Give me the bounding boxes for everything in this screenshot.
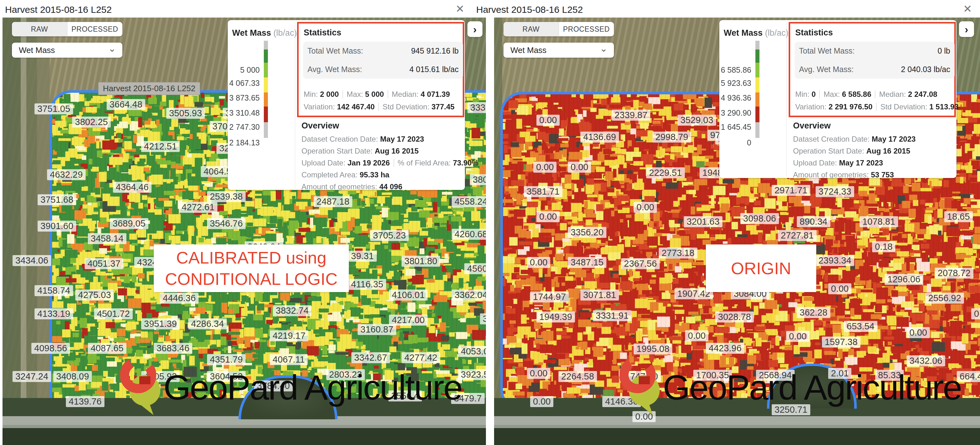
legend-ramp-segment: [756, 106, 759, 122]
overview-row: Amount of geometries: 44 096: [301, 182, 460, 194]
map-hover-tooltip: Harvest 2015-08-16 L252: [98, 82, 200, 95]
map-value-label: 0.00: [533, 162, 557, 173]
map-value-label: 3362.04: [452, 290, 486, 301]
overview-value: 44 096: [379, 182, 402, 191]
layer-select[interactable]: Wet Mass ⌄: [503, 43, 614, 58]
map-value-label: 0.00: [530, 396, 554, 407]
map-value-label: 3028.78: [715, 312, 754, 323]
raw-tab[interactable]: RAW: [12, 22, 67, 36]
layer-select-value: Wet Mass: [19, 46, 108, 55]
map-value-label: 4212.51: [141, 141, 180, 152]
legend-title: Wet Mass (lb/ac): [232, 28, 297, 38]
legend-tick: 5 923.63: [689, 79, 751, 88]
map-value-label: 4051.37: [85, 258, 123, 269]
overview-label: Operation Start Date:: [301, 147, 375, 155]
map-value-label: 3951.39: [141, 318, 180, 329]
legend-stats-card: Wet Mass (lb/ac) 6 585.865 923.634 936.3…: [719, 20, 956, 178]
variation-line: Variation: 142 467.40Std Deviation: 377.…: [304, 103, 455, 111]
avg-wet-mass-row: Avg. Wet Mass: 2 040.03 lb/ac: [799, 60, 950, 79]
legend-stats-card: Wet Mass (lb/ac) 5 0004 067.333 873.653 …: [228, 20, 465, 190]
map-value-label: 4446.36: [160, 293, 199, 304]
map-value-label: 2229.51: [646, 167, 685, 178]
statistics-summary: Total Wet Mass: 945 912.16 lb Avg. Wet M…: [303, 42, 463, 79]
map-value-label: 0.18: [872, 241, 895, 252]
map-value-label: 362.28: [797, 307, 830, 318]
overview-label: Completed Area:: [301, 171, 360, 179]
map-value-label: 360: [480, 314, 486, 325]
map-value-label: 4423.96: [706, 343, 745, 354]
map-value-label: 3071.81: [580, 290, 619, 301]
avg-wet-mass-value: 2 040.03 lb/ac: [901, 65, 950, 74]
map-value-label: 3546.76: [207, 218, 246, 229]
overview-row: Dataset Creation Date: May 17 2023: [793, 135, 951, 147]
divider: [786, 22, 787, 176]
total-wet-mass-label: Total Wet Mass:: [799, 46, 854, 55]
map-value-label: 2487.18: [314, 196, 352, 207]
map-value-label: 4158.74: [35, 285, 73, 296]
map-value-label: 4219.17: [270, 330, 309, 341]
layer-select-value: Wet Mass: [511, 46, 600, 55]
map-value-label: 4133.19: [35, 308, 73, 319]
total-wet-mass-value: 0 lb: [938, 46, 950, 55]
overview-value: May 17 2023: [872, 135, 916, 143]
map-value-label: 2971.71: [772, 185, 810, 196]
legend-scale: 5 0004 067.333 873.653 310.482 747.302 1…: [228, 41, 294, 144]
map-value-label: 0.00: [685, 330, 708, 341]
total-wet-mass-label: Total Wet Mass:: [307, 46, 363, 55]
close-icon[interactable]: ✕: [455, 3, 465, 14]
map-value-label: 3581.71: [524, 186, 562, 197]
expand-panel-button[interactable]: ›: [468, 21, 482, 37]
map-viewport-right[interactable]: 0.002339.873529.031511.064136.692998.791…: [494, 17, 980, 445]
legend-ramp-segment: [264, 63, 268, 78]
map-value-label: 4139.76: [66, 396, 105, 407]
map-value-label: 39.31: [348, 251, 377, 262]
overview-label: Operation Start Date:: [793, 147, 866, 155]
overview-label: Amount of geometries:: [793, 171, 871, 179]
map-value-label: 0.00: [527, 257, 550, 268]
legend-ramp-segment: [264, 122, 268, 138]
total-wet-mass-value: 945 912.16 lb: [411, 46, 459, 55]
map-value-label: 4560.7: [464, 263, 486, 274]
map-value-label: 3408.09: [53, 371, 92, 382]
map-value-label: 3487.15: [568, 257, 606, 268]
map-value-label: 2998.79: [652, 131, 691, 143]
chevron-down-icon: ⌄: [600, 43, 608, 54]
map-value-label: 2556.92: [926, 293, 964, 304]
close-icon[interactable]: ✕: [963, 3, 972, 14]
overview-row: Upload Date: Jan 19 2026% of Field Area:…: [301, 158, 460, 171]
overview-label: Upload Date:: [793, 158, 839, 167]
legend-ramp-segment: [756, 63, 759, 78]
overview-label: Upload Date:: [301, 158, 348, 167]
processed-tab[interactable]: PROCESSED: [67, 22, 123, 36]
statistics-heading: Statistics: [795, 28, 833, 38]
variation-line: Variation: 2 291 976.50Std Deviation: 1 …: [795, 103, 959, 111]
map-value-label: 3247.24: [13, 371, 51, 382]
map-value-label: 0.00: [971, 308, 980, 319]
map-value-label: 0.00: [536, 115, 560, 126]
legend-ramp-segment: [756, 92, 759, 106]
expand-panel-button[interactable]: ›: [959, 21, 974, 37]
legend-tick: 6 585.86: [689, 65, 751, 74]
overview-value: 95.33 ha: [360, 171, 389, 179]
map-viewport-left[interactable]: 3751.053664.483260.1933313802.253505.933…: [3, 17, 486, 445]
map-value-label: 653.54: [844, 321, 877, 332]
map-value-label: 4286.34: [188, 318, 227, 329]
map-value-label: 3705.23: [370, 230, 409, 241]
geopard-logo-text: GeoPard Agriculture: [164, 367, 462, 408]
geopard-logo-icon: [120, 355, 160, 419]
layer-select[interactable]: Wet Mass ⌄: [12, 43, 123, 58]
legend-tick: 4 067.33: [197, 79, 260, 88]
overview-row: Amount of geometries: 53 753: [793, 171, 951, 182]
map-value-label: 3434.06: [13, 255, 51, 266]
legend-ramp-segment: [756, 41, 759, 49]
window-title-left: Harvest 2015-08-16 L252: [5, 5, 112, 15]
map-value-label: 2339.87: [612, 110, 650, 120]
geopard-watermark: GeoPard Agriculture: [620, 355, 961, 419]
map-value-label: 3356.20: [568, 227, 606, 238]
geopard-logo-icon: [620, 355, 660, 419]
map-value-label: 2773.18: [659, 247, 697, 258]
overview-heading: Overview: [301, 121, 339, 131]
raw-tab[interactable]: RAW: [503, 22, 559, 36]
map-value-label: 1744.97: [530, 291, 569, 302]
processed-tab[interactable]: PROCESSED: [559, 22, 614, 36]
